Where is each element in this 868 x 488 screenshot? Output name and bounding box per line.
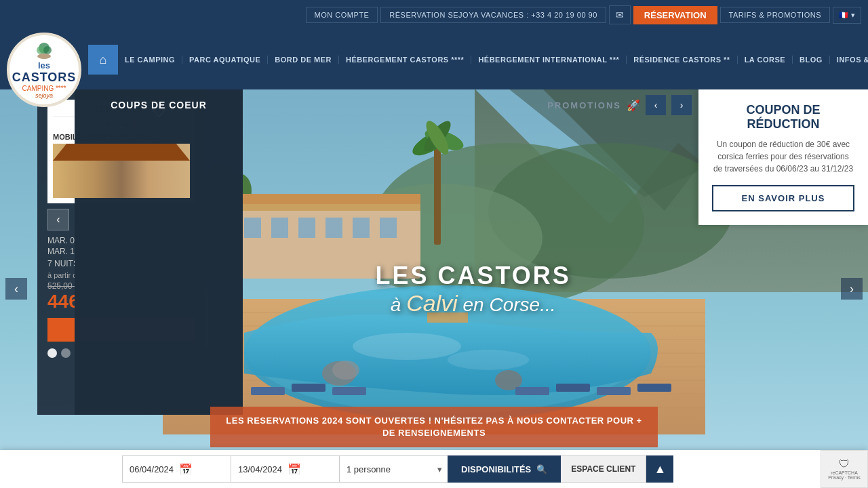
logo-castors: CASTORS [12,70,77,85]
card-image-roof [53,144,190,161]
logo-sejoya: sejoya [35,92,53,99]
nav-residence-castors[interactable]: RÉSIDENCE CASTORS ** [627,56,737,64]
hero-subtitle-prefix: à [391,294,401,315]
hero-arrow-left[interactable]: ‹ [5,278,27,300]
nav-bar: les CASTORS CAMPING **** sejoya ⌂ LE CAM… [0,30,868,89]
nav-links: ⌂ LE CAMPING PARC AQUATIQUE BORD DE MER … [88,45,868,75]
flag-icon: 🇫🇷 [839,11,848,20]
calendar-end-icon: 📅 [288,463,301,476]
svg-point-45 [332,361,359,380]
end-date-value: 13/04/2024 [238,464,282,474]
promo-card-image [53,144,190,198]
nav-la-corse[interactable]: LA CORSE [738,56,793,64]
search-icon: 🔍 [536,464,547,474]
persons-value: 1 personne [347,464,391,474]
reservation-banner: LES RESERVATIONS 2024 SONT OUVERTES ! N'… [210,407,658,447]
promotions-label: PROMOTIONS [547,100,621,110]
chevron-down-icon: ▾ [851,11,855,20]
svg-rect-27 [326,218,342,238]
hero-subtitle-suffix: en Corse... [463,294,556,315]
svg-point-42 [448,350,529,370]
nav-infos-contact[interactable]: INFOS & CONTACT [830,56,868,64]
tarifs-button[interactable]: TARIFS & PROMOTIONS [720,7,830,23]
svg-rect-50 [515,387,549,395]
svg-point-3 [37,54,51,59]
hero-section: LES CASTORS à Calvi en Corse... PROMOTIO… [0,89,868,488]
svg-rect-24 [244,218,261,238]
svg-rect-29 [380,218,397,238]
coups-de-coeur-label: COUPS DE COEUR [75,89,243,415]
nav-home-button[interactable]: ⌂ [88,45,118,75]
svg-rect-25 [271,218,288,238]
booking-bar: 06/04/2024 📅 13/04/2024 📅 1 personne ▾ D… [0,450,868,488]
reservation-button[interactable]: Réservation [633,6,717,24]
hero-subtitle: à Calvi en Corse... [375,290,570,317]
hero-arrow-right[interactable]: › [841,278,863,300]
logo[interactable]: les CASTORS CAMPING **** sejoya [7,33,81,107]
promo-panel: ♡ COUPS DE COEUR LES CASTORS ★★★★ MOBILE… [37,89,205,415]
calendar-start-icon: 📅 [179,463,193,476]
rocket-icon: 🚀 [627,99,640,112]
coupon-text: Un coupon de réduction de 30€ avec corsi… [712,138,854,175]
recaptcha-text: reCAPTCHAPrivacy · Terms [828,470,861,480]
coupon-title: COUPON DE RÉDUCTION [712,103,854,131]
coupon-panel: COUPON DE RÉDUCTION Un coupon de réducti… [698,89,868,225]
svg-rect-28 [353,218,370,238]
nav-hebergement-castors[interactable]: HÉBERGEMENT CASTORS **** [339,56,471,64]
nav-hebergement-international[interactable]: HÉBERGEMENT INTERNATIONAL *** [471,56,627,64]
email-icon[interactable]: ✉ [609,5,631,24]
persons-select[interactable]: 1 personne ▾ [339,455,448,483]
disponibilites-button[interactable]: DISPONIBILITÉS 🔍 [448,455,561,483]
scroll-top-button[interactable]: ▲ [646,455,673,483]
hero-text: LES CASTORS à Calvi en Corse... [375,262,570,317]
recaptcha-icon: 🛡 [839,458,850,470]
promo-prev-button[interactable]: ‹ [47,209,69,230]
svg-point-2 [43,46,52,54]
svg-rect-51 [556,384,590,392]
svg-rect-52 [597,387,631,395]
dot-1[interactable] [47,348,57,358]
svg-rect-53 [637,384,671,392]
banner-text: LES RESERVATIONS 2024 SONT OUVERTES ! N'… [226,415,642,438]
recaptcha-badge: 🛡 reCAPTCHAPrivacy · Terms [821,450,868,488]
svg-rect-26 [298,218,315,238]
chevron-persons-icon: ▾ [437,464,442,474]
nav-bord-de-mer[interactable]: BORD DE MER [268,56,339,64]
promotions-prev-button[interactable]: ‹ [646,95,666,115]
reservation-phone-button[interactable]: RÉSERVATION SEJOYA VACANCES : +33 4 20 1… [380,7,606,23]
nav-parc-aquatique[interactable]: PARC AQUATIQUE [182,56,268,64]
end-date-input[interactable]: 13/04/2024 📅 [231,455,339,483]
hero-subtitle-place: Calvi [406,290,458,316]
nav-blog[interactable]: BLOG [793,56,830,64]
svg-point-41 [353,333,461,360]
logo-camping: CAMPING **** [22,85,66,92]
dispo-label: DISPONIBILITÉS [461,464,531,474]
svg-rect-15 [434,143,441,245]
svg-rect-47 [251,387,285,395]
coupon-learn-more-button[interactable]: EN SAVOIR PLUS [712,185,854,211]
dot-2[interactable] [61,348,71,358]
svg-rect-48 [292,384,326,392]
logo-icon [33,41,56,60]
language-selector[interactable]: 🇫🇷 ▾ [833,7,861,24]
start-date-input[interactable]: 06/04/2024 📅 [122,455,231,483]
nav-le-camping[interactable]: LE CAMPING [118,56,182,64]
top-bar: MON COMPTE RÉSERVATION SEJOYA VACANCES :… [0,0,868,30]
start-date-value: 06/04/2024 [130,464,174,474]
promotions-bar: PROMOTIONS 🚀 ‹ › [547,95,692,115]
svg-rect-49 [332,387,366,395]
mon-compte-button[interactable]: MON COMPTE [306,7,378,23]
promotions-next-button[interactable]: › [671,95,692,115]
logo-les: les [38,60,50,70]
hero-title: LES CASTORS [375,262,570,290]
espace-client-button[interactable]: ESPACE CLIENT [561,455,646,483]
